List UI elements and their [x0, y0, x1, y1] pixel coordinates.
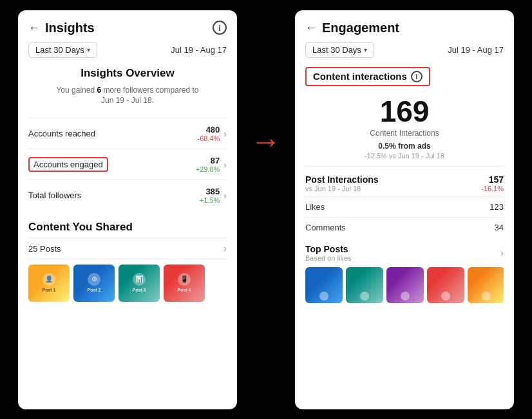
right-back-button[interactable]: ←	[305, 21, 317, 35]
left-date-row: Last 30 Days ▾ Jul 19 - Aug 17	[28, 42, 227, 58]
post-interactions-row: Post Interactions vs Jun 19 - Jul 18 157…	[305, 166, 504, 196]
left-header: ← Insights i	[28, 21, 227, 35]
right-date-row: Last 30 Days ▾ Jul 19 - Aug 17	[305, 42, 504, 58]
chevron-down-icon: ▾	[87, 46, 90, 53]
posts-row[interactable]: 25 Posts ›	[28, 237, 227, 259]
right-header: ← Engagement	[305, 21, 504, 35]
post-interactions-value: 157	[481, 174, 504, 185]
content-section-title: Content You Shared	[28, 221, 227, 234]
left-date-dropdown[interactable]: Last 30 Days ▾	[28, 42, 97, 58]
navigation-arrow: →	[237, 126, 295, 157]
stat-row-accounts-reached[interactable]: Accounts reached 480 -68.4% ›	[28, 118, 227, 149]
stat-label-accounts-engaged: Accounts engaged	[28, 157, 108, 172]
stat-value-accounts-engaged: 87	[196, 156, 220, 165]
right-arrow-icon: →	[251, 126, 281, 157]
content-interactions-section-header: Content interactions i	[305, 67, 430, 86]
comments-row: Comments 34	[305, 217, 504, 237]
post-interactions-title: Post Interactions	[305, 174, 379, 185]
left-back-button[interactable]: ←	[28, 21, 40, 35]
stat-value-accounts-reached: 480	[197, 125, 220, 135]
post-interactions-subtitle: vs Jun 19 - Jul 18	[305, 185, 379, 192]
right-date-range: Jul 19 - Aug 17	[448, 45, 504, 55]
metric-compare: -12.5% vs Jun 19 - Jul 18	[305, 152, 504, 160]
left-date-range: Jul 19 - Aug 17	[171, 45, 227, 55]
engagement-metric: 169 Content Interactions 0.5% from ads -…	[305, 97, 504, 160]
top-posts-thumbnails	[305, 267, 504, 303]
accounts-engaged-highlighted-label: Accounts engaged	[28, 157, 108, 172]
overview-subtitle: You gained 6 more followers compared toJ…	[28, 85, 227, 107]
stat-row-total-followers[interactable]: Total followers 385 +1.5% ›	[28, 180, 227, 210]
chevron-right-icon-3: ›	[223, 191, 227, 201]
thumbnail-1[interactable]: 👤 Post 1	[28, 265, 70, 302]
thumbnail-4[interactable]: 📱 Post 4	[164, 265, 205, 302]
chevron-right-icon-4: ›	[223, 243, 227, 254]
right-date-dropdown[interactable]: Last 30 Days ▾	[305, 42, 374, 58]
chevron-right-icon-2: ›	[223, 160, 227, 170]
top-posts-subtitle: Based on likes	[305, 254, 352, 262]
thumbnail-3[interactable]: 📊 Post 3	[119, 265, 160, 302]
thumbnail-2[interactable]: ⚙ Post 2	[73, 265, 115, 302]
left-panel: ← Insights i Last 30 Days ▾ Jul 19 - Aug…	[18, 10, 237, 409]
stat-change-total-followers: +1.5%	[200, 196, 220, 204]
chevron-down-icon-right: ▾	[364, 46, 367, 53]
right-page-title: Engagement	[322, 21, 399, 35]
stat-row-accounts-engaged[interactable]: Accounts engaged 87 +29.8% ›	[28, 149, 227, 180]
chevron-right-icon-top-posts: ›	[500, 248, 504, 258]
left-date-dropdown-label: Last 30 Days	[35, 45, 84, 55]
overview-title: Insights Overview	[28, 67, 227, 80]
stat-value-total-followers: 385	[200, 187, 220, 196]
posts-count: 25 Posts	[28, 244, 61, 254]
content-interactions-label: Content interactions	[313, 71, 407, 82]
likes-row: Likes 123	[305, 196, 504, 217]
likes-value: 123	[489, 202, 504, 212]
top-post-thumb-4[interactable]	[427, 267, 464, 303]
post-interactions-change: -16.1%	[481, 185, 504, 192]
comments-label: Comments	[305, 223, 346, 232]
metric-value: 169	[305, 97, 504, 126]
content-interactions-info-icon[interactable]: i	[411, 71, 423, 82]
right-panel: ← Engagement Last 30 Days ▾ Jul 19 - Aug…	[295, 10, 514, 409]
metric-ads: 0.5% from ads	[305, 142, 504, 151]
top-post-thumb-5[interactable]	[468, 267, 504, 303]
metric-label: Content Interactions	[305, 129, 504, 138]
top-post-thumb-2[interactable]	[346, 267, 383, 303]
top-post-thumb-3[interactable]	[386, 267, 424, 303]
likes-label: Likes	[305, 202, 325, 212]
stat-label-total-followers: Total followers	[28, 191, 81, 200]
right-date-dropdown-label: Last 30 Days	[312, 45, 361, 55]
comments-value: 34	[495, 223, 504, 232]
stat-change-accounts-engaged: +29.8%	[196, 165, 220, 173]
top-post-thumb-1[interactable]	[305, 267, 343, 303]
stat-change-accounts-reached: -68.4%	[197, 135, 220, 142]
content-thumbnails: 👤 Post 1 ⚙ Post 2 📊 Post 3 📱 Po	[28, 265, 227, 302]
left-page-title: Insights	[45, 21, 95, 35]
stat-label-accounts-reached: Accounts reached	[28, 129, 95, 138]
top-posts-section[interactable]: Top Posts Based on likes ›	[305, 244, 504, 262]
top-posts-title: Top Posts	[305, 244, 352, 254]
chevron-right-icon: ›	[223, 129, 227, 139]
info-icon[interactable]: i	[213, 21, 227, 35]
